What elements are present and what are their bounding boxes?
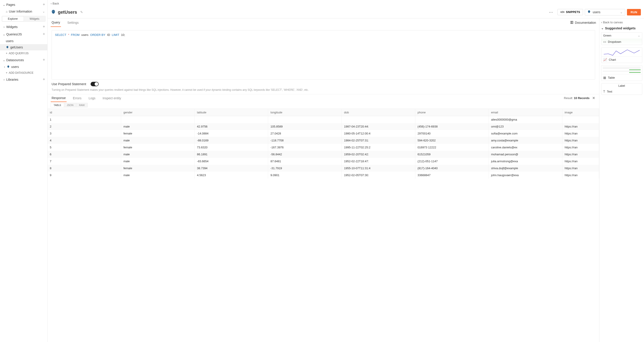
tab-logs[interactable]: Logs	[88, 95, 96, 102]
query-tabs: Query Settings Documentation	[48, 18, 599, 27]
cell	[268, 116, 342, 123]
back-to-canvas[interactable]: ‹ Back to canvas	[601, 21, 642, 24]
prepared-hint: Turning on Prepared Statement makes your…	[48, 87, 599, 94]
cell	[415, 116, 489, 123]
prepared-toggle[interactable]	[90, 82, 99, 86]
cell: https://ran	[562, 123, 599, 130]
table-row[interactable]: 4male-88.0169-118.77081984-02-25T07:31:5…	[48, 137, 599, 144]
cell: 2	[48, 123, 121, 130]
add-query-button[interactable]: +ADD QUERY/JS	[0, 50, 47, 56]
tab-explorer[interactable]: Explorer	[2, 16, 24, 21]
add-page-icon[interactable]: +	[42, 2, 45, 7]
prepared-statement-row: Use Prepared Statement	[48, 82, 599, 87]
query-item-users[interactable]: users	[0, 38, 47, 44]
col-image[interactable]: image	[562, 109, 599, 116]
postgres-icon	[6, 46, 9, 49]
cell: 4.5623	[195, 172, 268, 179]
cell: (212)-051-1147	[415, 158, 489, 165]
view-table[interactable]: TABLE	[51, 103, 64, 107]
sql-editor[interactable]: SELECT * FROM users ORDER BY ID LIMIT 10…	[52, 30, 595, 79]
cell: https://ran	[562, 165, 599, 172]
tab-response[interactable]: Response	[51, 94, 66, 102]
suggested-widgets-title[interactable]: ⌄ Suggested widgets	[601, 26, 642, 30]
table-row[interactable]: 2male42.9756105.85891987-04-23T20:44:(45…	[48, 123, 599, 130]
results-table-wrap[interactable]: idgenderlatitudelongitudedobphoneemailim…	[48, 109, 599, 342]
segmented-tabs: Explorer Widgets	[2, 16, 46, 22]
table-row[interactable]: 1alies0000000@gma	[48, 116, 599, 123]
query-item-getusers[interactable]: getUsers	[0, 44, 47, 50]
documentation-link[interactable]: Documentation	[570, 21, 596, 25]
col-email[interactable]: email	[489, 109, 562, 116]
edit-icon[interactable]: ✎	[80, 10, 83, 14]
cell: 1984-02-25T07:31:	[342, 137, 415, 144]
query-title: getUsers	[58, 10, 77, 15]
chevron-left-icon: ‹	[51, 2, 52, 5]
tab-settings[interactable]: Settings	[66, 18, 80, 27]
title-bar: getUsers ✎ ⋯ </> SNIPPETS users ⌄ RUN	[48, 7, 644, 18]
col-id[interactable]: id	[48, 109, 121, 116]
result-count: Result: 10 Records	[564, 96, 590, 100]
cell: mohamad.persson@	[489, 151, 562, 158]
add-widget-icon[interactable]: +	[42, 24, 45, 29]
cell: (456)-174-6938	[415, 123, 489, 130]
widget-card-table[interactable]: ▦ Table	[601, 65, 642, 81]
cell: 38.7394	[195, 165, 268, 172]
datasources-section[interactable]: ⌄ Datasources +	[0, 56, 47, 64]
pages-section[interactable]: ⌄ Pages +	[0, 1, 47, 8]
cell: -88.0169	[195, 137, 268, 144]
cell: male	[121, 137, 195, 144]
col-gender[interactable]: gender	[121, 109, 195, 116]
add-library-icon[interactable]: +	[42, 77, 45, 82]
widget-card-text[interactable]: Label T Text	[601, 83, 642, 95]
cell: 61521059	[415, 151, 489, 158]
widget-card-chart[interactable]: 📈 Chart	[601, 47, 642, 63]
add-query-icon[interactable]: +	[42, 32, 45, 36]
tab-widgets[interactable]: Widgets	[24, 16, 46, 21]
col-latitude[interactable]: latitude	[195, 109, 268, 116]
widget-preview-text: Label	[602, 83, 642, 88]
col-longitude[interactable]: longitude	[268, 109, 342, 116]
table-row[interactable]: 6male86.1891-56.84421959-02-20T02:42:615…	[48, 151, 599, 158]
page-item[interactable]: ⌂ User Information ⌄	[0, 8, 47, 14]
datasource-select[interactable]: users ⌄	[585, 9, 625, 15]
libraries-section[interactable]: › Libraries +	[0, 76, 47, 83]
postgres-icon	[587, 10, 591, 14]
add-datasource-button[interactable]: +ADD DATASOURCE	[0, 70, 47, 76]
cell: 016973 12222	[415, 144, 489, 151]
run-button[interactable]: RUN	[627, 9, 641, 15]
cell	[195, 116, 268, 123]
cell: 1	[48, 116, 121, 123]
snippets-button[interactable]: </> SNIPPETS	[558, 9, 583, 15]
table-row[interactable]: 7male-83.665487.64811952-02-22T18:47:(21…	[48, 158, 599, 165]
tab-query[interactable]: Query	[51, 18, 61, 27]
more-menu[interactable]: ⋯	[547, 8, 556, 16]
table-row[interactable]: 8female38.7394-31.79191955-10-07T11:31:4…	[48, 165, 599, 172]
tab-inspect[interactable]: Inspect entity	[102, 95, 122, 102]
close-icon[interactable]: ✕	[591, 95, 596, 101]
queries-section[interactable]: ⌄ Queries/JS +	[0, 30, 47, 38]
cell: 1952-02-05T07:30:	[342, 172, 415, 179]
col-phone[interactable]: phone	[415, 109, 489, 116]
col-dob[interactable]: dob	[342, 109, 415, 116]
view-raw[interactable]: RAW	[76, 103, 88, 107]
add-datasource-icon[interactable]: +	[42, 58, 45, 62]
table-row[interactable]: 9male4.56239.09011952-02-05T07:30:336688…	[48, 172, 599, 179]
back-link[interactable]: ‹ Back	[48, 0, 644, 7]
cell: 1955-10-07T11:31:4	[342, 165, 415, 172]
cell: 5	[48, 144, 121, 151]
cell: https://ran	[562, 144, 599, 151]
cell: 8	[48, 165, 121, 172]
table-row[interactable]: 5female73.6320-167.39761995-11-22T02:25:…	[48, 144, 599, 151]
tab-errors[interactable]: Errors	[72, 95, 82, 102]
response-tabs: Response Errors Logs Inspect entity Resu…	[48, 94, 599, 102]
cell: 87.6481	[268, 158, 342, 165]
chevron-down-icon: ⌄	[42, 10, 45, 13]
cell: amy.costa@example	[489, 137, 562, 144]
table-row[interactable]: 3female-14.088427.04281980-05-14T12:00:4…	[48, 130, 599, 137]
view-tabs: TABLE JSON RAW	[48, 102, 599, 108]
datasource-item[interactable]: › users	[0, 64, 47, 70]
widgets-section[interactable]: › Widgets +	[0, 23, 47, 30]
widget-card-select[interactable]: Green ⌄ ▭ Dropdown	[601, 32, 642, 45]
cell	[121, 116, 195, 123]
view-json[interactable]: JSON	[64, 103, 76, 107]
